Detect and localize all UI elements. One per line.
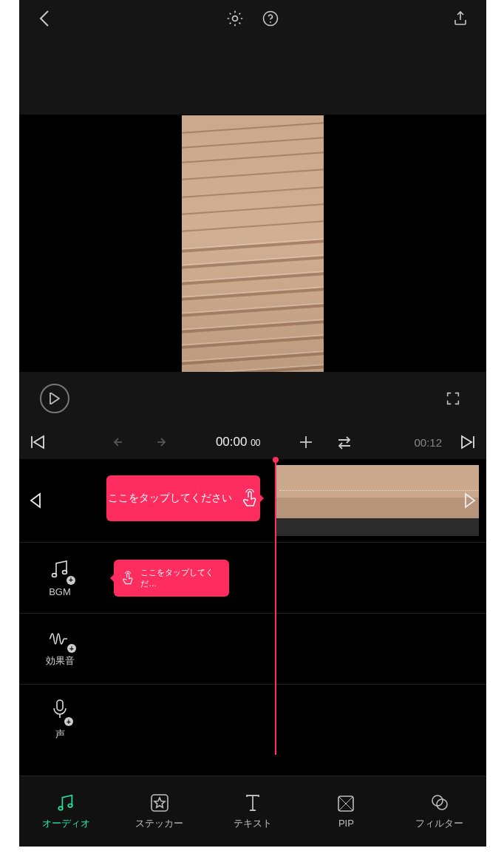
voice-track[interactable]: + 声	[19, 684, 486, 755]
playback-row	[19, 372, 486, 425]
star-icon	[150, 793, 169, 813]
svg-point-20	[437, 799, 447, 810]
svg-point-15	[58, 807, 63, 810]
timeline-section: ここをタップしてください + BGM	[19, 459, 486, 755]
add-button[interactable]	[293, 430, 319, 455]
timeline-prev-arrow[interactable]	[19, 459, 52, 542]
text-icon	[244, 793, 262, 813]
tap-here-tooltip-small[interactable]: ここをタップしてくだ…	[114, 560, 229, 597]
tab-label: PIP	[338, 818, 354, 829]
svg-point-19	[432, 796, 443, 806]
pip-icon	[336, 794, 355, 813]
tab-label: テキスト	[234, 817, 272, 830]
timeline-next-arrow[interactable]	[454, 459, 486, 542]
volume-line	[279, 490, 479, 491]
bgm-track[interactable]: + BGM ここをタップしてくだ…	[19, 542, 486, 613]
time-bar: 00:00 00 00:12	[19, 425, 486, 459]
undo-button[interactable]	[108, 430, 133, 455]
current-time: 00:00 00	[216, 435, 261, 450]
svg-point-0	[233, 16, 238, 21]
fullscreen-button[interactable]	[440, 386, 466, 411]
sfx-track[interactable]: + 効果音	[19, 613, 486, 684]
bgm-label: BGM	[49, 586, 71, 597]
svg-marker-10	[31, 494, 40, 507]
bottom-tabs: オーディオ ステッカー テキスト PIP フィルター	[19, 776, 486, 847]
tab-text[interactable]: テキスト	[206, 776, 299, 847]
svg-marker-8	[462, 436, 471, 448]
export-button[interactable]	[448, 6, 473, 31]
svg-marker-3	[50, 393, 59, 404]
preview-frame	[182, 115, 324, 372]
music-icon	[55, 793, 76, 813]
tab-filter[interactable]: フィルター	[393, 776, 486, 847]
tab-label: フィルター	[415, 817, 463, 830]
video-timeline[interactable]: ここをタップしてください	[19, 459, 486, 542]
tooltip-label: ここをタップしてください	[108, 492, 232, 505]
voice-label: 声	[55, 727, 65, 741]
svg-point-16	[68, 804, 72, 807]
back-button[interactable]	[33, 6, 58, 31]
sfx-label: 効果音	[46, 654, 75, 668]
svg-point-2	[270, 21, 271, 23]
waveform-icon: +	[48, 630, 72, 650]
tap-here-tooltip[interactable]: ここをタップしてください	[106, 475, 260, 521]
duration-time: 00:12	[414, 436, 442, 449]
tap-icon	[241, 489, 259, 508]
tap-icon	[121, 570, 134, 586]
swap-button[interactable]	[332, 430, 357, 455]
next-keyframe-button[interactable]	[455, 430, 480, 455]
music-icon: +	[49, 559, 71, 582]
play-button[interactable]	[40, 384, 69, 413]
tab-label: ステッカー	[135, 817, 183, 830]
svg-marker-11	[466, 494, 474, 507]
mic-icon: +	[51, 699, 69, 723]
tab-sticker[interactable]: ステッカー	[112, 776, 205, 847]
tooltip-label: ここをタップしてくだ…	[140, 567, 222, 589]
video-preview[interactable]	[19, 115, 486, 372]
playhead[interactable]	[275, 459, 276, 755]
tab-label: オーディオ	[42, 817, 90, 830]
inline-audio-strip	[276, 518, 479, 536]
top-bar	[19, 0, 486, 37]
tab-pip[interactable]: PIP	[299, 776, 392, 847]
filter-icon	[429, 793, 450, 813]
svg-marker-5	[34, 436, 44, 448]
svg-rect-14	[57, 700, 63, 710]
tab-audio[interactable]: オーディオ	[19, 776, 112, 847]
prev-keyframe-button[interactable]	[25, 430, 50, 455]
settings-button[interactable]	[222, 6, 248, 31]
redo-button[interactable]	[146, 430, 171, 455]
help-button[interactable]	[258, 6, 283, 31]
